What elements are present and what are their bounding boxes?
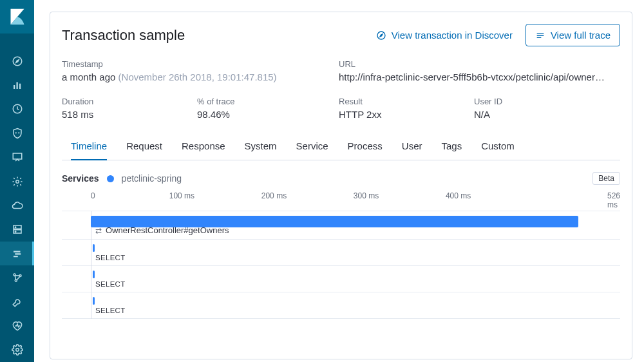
- tab-timeline[interactable]: Timeline: [71, 134, 107, 160]
- waterfall-row[interactable]: SELECT: [62, 240, 620, 266]
- svg-rect-2: [14, 85, 15, 89]
- sidebar-barchart[interactable]: [0, 73, 34, 97]
- svg-rect-15: [15, 253, 21, 254]
- meta-timestamp: Timestamp a month ago (November 26th 201…: [62, 59, 339, 82]
- list-icon: [535, 30, 545, 41]
- svg-point-12: [15, 227, 16, 228]
- axis-tick: 100 ms: [169, 191, 194, 200]
- tab-system[interactable]: System: [245, 134, 277, 160]
- sidebar-graph[interactable]: [0, 265, 34, 289]
- tab-tags[interactable]: Tags: [441, 134, 462, 160]
- compass-icon: [376, 30, 386, 41]
- userid-label: User ID: [474, 97, 620, 106]
- axis-tick: 526 ms: [607, 191, 620, 209]
- svg-marker-22: [380, 34, 383, 37]
- span-label: SELECT: [62, 307, 620, 314]
- services-row: Services petclinic-spring Beta: [62, 160, 620, 191]
- waterfall-row[interactable]: SELECT: [62, 266, 620, 292]
- meta-row2-left: Duration 518 ms % of trace 98.46%: [62, 97, 339, 120]
- svg-point-18: [19, 275, 21, 277]
- transaction-panel: Transaction sample View transaction in D…: [50, 12, 632, 359]
- tab-custom[interactable]: Custom: [481, 134, 515, 160]
- svg-point-7: [18, 132, 19, 133]
- meta-grid: Timestamp a month ago (November 26th 201…: [62, 59, 620, 120]
- svg-rect-3: [16, 82, 17, 89]
- duration-value: 518 ms: [62, 109, 197, 120]
- span-label: SELECT: [62, 280, 620, 288]
- time-axis: 0100 ms200 ms300 ms400 ms526 ms: [62, 191, 620, 204]
- span-bar: [93, 271, 95, 278]
- waterfall-row[interactable]: SELECT: [62, 292, 620, 319]
- meta-row2-right: Result HTTP 2xx User ID N/A: [339, 97, 620, 120]
- svg-rect-8: [13, 153, 22, 159]
- tabs: TimelineRequestResponseSystemServiceProc…: [62, 134, 620, 160]
- meta-result: Result HTTP 2xx: [339, 97, 474, 120]
- axis-tick: 300 ms: [354, 191, 379, 200]
- sidebar-presentation[interactable]: [0, 145, 34, 169]
- span-bar: [93, 244, 95, 252]
- meta-pct: % of trace 98.46%: [197, 97, 339, 120]
- tab-user[interactable]: User: [402, 134, 422, 160]
- svg-point-17: [14, 274, 15, 276]
- svg-rect-4: [19, 84, 21, 89]
- view-in-discover-link[interactable]: View transaction in Discover: [376, 30, 513, 41]
- duration-label: Duration: [62, 97, 197, 106]
- axis-tick: 400 ms: [446, 191, 471, 200]
- sidebar-clock[interactable]: [0, 97, 34, 121]
- svg-rect-16: [14, 256, 18, 257]
- url-label: URL: [339, 59, 620, 69]
- pct-value: 98.46%: [197, 109, 339, 120]
- full-trace-label: View full trace: [551, 30, 611, 41]
- svg-marker-1: [15, 59, 19, 62]
- sidebar-heartbeat[interactable]: [0, 314, 34, 338]
- svg-point-13: [15, 231, 16, 233]
- sidebar-gear-ring[interactable]: [0, 169, 34, 193]
- sidebar-cloud[interactable]: [0, 193, 34, 217]
- beta-badge: Beta: [592, 172, 620, 185]
- svg-rect-14: [14, 251, 21, 252]
- span-bar: [91, 216, 578, 227]
- meta-duration: Duration 518 ms: [62, 97, 197, 120]
- kibana-logo[interactable]: [0, 0, 34, 33]
- userid-value: N/A: [474, 109, 620, 120]
- meta-url: URL http://infra-petclinic-server-5fff5b…: [339, 59, 620, 82]
- service-name: petclinic-spring: [122, 173, 182, 184]
- view-full-trace-button[interactable]: View full trace: [526, 24, 620, 46]
- sidebar-server[interactable]: [0, 218, 34, 242]
- url-value: http://infra-petclinic-server-5fff5b6b-v…: [339, 71, 609, 82]
- tab-response[interactable]: Response: [182, 134, 225, 160]
- timestamp-label: Timestamp: [62, 59, 339, 69]
- result-label: Result: [339, 97, 474, 106]
- panel-header: Transaction sample View transaction in D…: [62, 24, 620, 46]
- sidebar-compass[interactable]: [0, 49, 34, 73]
- service-dot-icon: [107, 175, 114, 182]
- services-label: Services: [62, 173, 99, 184]
- svg-point-20: [15, 348, 19, 352]
- meta-userid: User ID N/A: [474, 97, 620, 120]
- sidebar-wrench[interactable]: [0, 290, 34, 314]
- services-legend: Services petclinic-spring: [62, 173, 182, 184]
- svg-point-9: [15, 180, 19, 183]
- header-actions: View transaction in Discover View full t…: [376, 24, 620, 46]
- tab-process[interactable]: Process: [348, 134, 383, 160]
- svg-point-6: [15, 132, 16, 133]
- sidebar-settings[interactable]: [0, 338, 34, 362]
- axis-tick: 200 ms: [261, 191, 287, 200]
- tab-service[interactable]: Service: [296, 134, 328, 160]
- sidebar-apm[interactable]: [0, 242, 34, 265]
- result-value: HTTP 2xx: [339, 109, 474, 120]
- tab-request[interactable]: Request: [126, 134, 162, 160]
- waterfall-row[interactable]: ⇄OwnerRestController#getOwners: [62, 211, 620, 240]
- discover-link-label: View transaction in Discover: [392, 30, 513, 41]
- span-label: SELECT: [62, 254, 620, 262]
- main: Transaction sample View transaction in D…: [34, 0, 644, 362]
- sidebar-shield[interactable]: [0, 121, 34, 145]
- axis-tick: 0: [91, 191, 95, 200]
- waterfall: ⇄OwnerRestController#getOwnersSELECTSELE…: [62, 211, 620, 319]
- sidebar: [0, 0, 34, 362]
- span-bar: [93, 297, 95, 305]
- pct-label: % of trace: [197, 97, 339, 106]
- timestamp-value: a month ago (November 26th 2018, 19:01:4…: [62, 71, 339, 82]
- panel-title: Transaction sample: [62, 27, 185, 44]
